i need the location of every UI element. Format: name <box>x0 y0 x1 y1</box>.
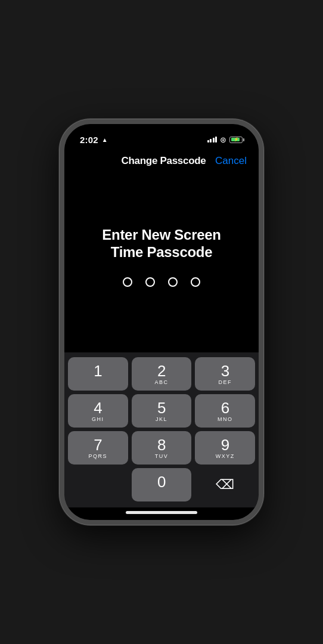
wifi-icon: ⊛ <box>220 135 226 144</box>
home-bar <box>126 511 197 514</box>
key-0[interactable]: 0 <box>132 468 192 501</box>
key-empty <box>68 468 128 501</box>
keypad: 1 2 ABC 3 DEF 4 GHI 5 <box>64 352 259 507</box>
key-5[interactable]: 5 JKL <box>132 394 192 428</box>
location-icon: ▲ <box>102 137 108 143</box>
notch <box>126 124 197 141</box>
screen: 2:02 ▲ ⊛ ⚡ <box>64 124 259 520</box>
home-indicator <box>64 507 259 520</box>
delete-icon: ⌫ <box>216 477 234 493</box>
prompt-title: Enter New Screen Time Passcode <box>102 227 220 261</box>
passcode-dot-1 <box>123 277 132 287</box>
key-6[interactable]: 6 MNO <box>195 394 255 428</box>
signal-bars <box>207 137 218 143</box>
signal-bar-3 <box>213 138 215 143</box>
cancel-button[interactable]: Cancel <box>215 155 247 167</box>
key-4[interactable]: 4 GHI <box>68 394 128 428</box>
keypad-row-1: 1 2 ABC 3 DEF <box>68 357 255 391</box>
key-8[interactable]: 8 TUV <box>132 431 192 465</box>
signal-bar-2 <box>210 139 212 143</box>
status-icons: ⊛ ⚡ <box>207 135 245 144</box>
keypad-row-2: 4 GHI 5 JKL 6 MNO <box>68 394 255 428</box>
nav-bar: Change Passcode Cancel <box>64 150 259 173</box>
passcode-dot-3 <box>168 277 178 287</box>
key-delete[interactable]: ⌫ <box>195 468 255 501</box>
key-2[interactable]: 2 ABC <box>132 357 192 391</box>
passcode-dot-2 <box>145 277 155 287</box>
main-content: Enter New Screen Time Passcode <box>64 173 259 352</box>
passcode-dots <box>123 277 200 287</box>
key-3[interactable]: 3 DEF <box>195 357 255 391</box>
phone-frame: 2:02 ▲ ⊛ ⚡ <box>60 119 263 525</box>
key-9[interactable]: 9 WXYZ <box>195 431 255 465</box>
battery-icon: ⚡ <box>229 137 244 143</box>
signal-bar-4 <box>215 137 217 143</box>
keypad-row-3: 7 PQRS 8 TUV 9 WXYZ <box>68 431 255 465</box>
nav-title: Change Passcode <box>122 155 206 167</box>
battery-bolt-icon: ⚡ <box>234 137 239 142</box>
status-time: 2:02 <box>80 135 98 145</box>
signal-bar-1 <box>207 140 209 143</box>
keypad-row-4: 0 ⌫ <box>68 468 255 501</box>
passcode-dot-4 <box>191 277 200 287</box>
key-7[interactable]: 7 PQRS <box>68 431 128 465</box>
battery-tip <box>243 138 244 141</box>
key-1[interactable]: 1 <box>68 357 128 391</box>
